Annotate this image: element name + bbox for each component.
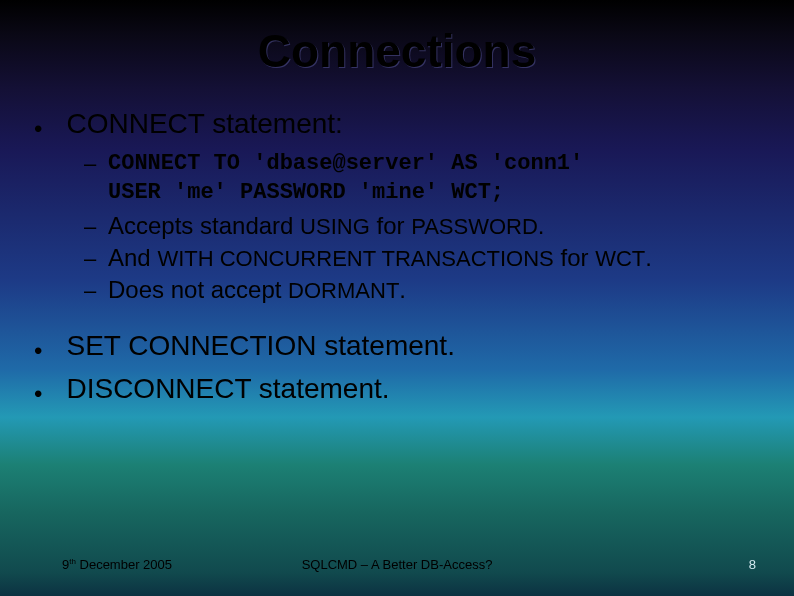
sub-bullet-accepts: Accepts standard USING for PASSWORD. xyxy=(108,212,752,240)
sub-bullet-list: CONNECT TO 'dbase@server' AS 'conn1' USE… xyxy=(62,149,752,304)
bullet-list: CONNECT statement: CONNECT TO 'dbase@ser… xyxy=(62,108,752,408)
slide: Connections CONNECT statement: CONNECT T… xyxy=(0,0,794,596)
sub-bullet-text: And WITH CONCURRENT TRANSACTIONS for WCT… xyxy=(108,244,652,271)
sub-bullet-dormant: Does not accept DORMANT. xyxy=(108,276,752,304)
bullet-set-connection: SET CONNECTION statement. xyxy=(62,330,752,365)
footer-date: 9th December 2005 xyxy=(62,557,172,572)
sub-bullet-code: CONNECT TO 'dbase@server' AS 'conn1' USE… xyxy=(108,149,752,208)
bullet-text: CONNECT statement: xyxy=(66,108,342,139)
bullet-connect-statement: CONNECT statement: CONNECT TO 'dbase@ser… xyxy=(62,108,752,322)
slide-title: Connections xyxy=(0,24,794,78)
bullet-text: DISCONNECT statement. xyxy=(66,373,389,404)
slide-footer: 9th December 2005 SQLCMD – A Better DB-A… xyxy=(0,557,794,572)
slide-content: CONNECT statement: CONNECT TO 'dbase@ser… xyxy=(0,108,794,408)
spacer xyxy=(62,308,752,322)
sub-bullet-text: Accepts standard USING for PASSWORD. xyxy=(108,212,545,239)
sub-bullet-text: Does not accept DORMANT. xyxy=(108,276,406,303)
sub-bullet-and-wct: And WITH CONCURRENT TRANSACTIONS for WCT… xyxy=(108,244,752,272)
footer-page-number: 8 xyxy=(749,557,756,572)
bullet-text: SET CONNECTION statement. xyxy=(66,330,454,361)
bullet-disconnect: DISCONNECT statement. xyxy=(62,373,752,408)
code-block: CONNECT TO 'dbase@server' AS 'conn1' USE… xyxy=(108,149,752,208)
